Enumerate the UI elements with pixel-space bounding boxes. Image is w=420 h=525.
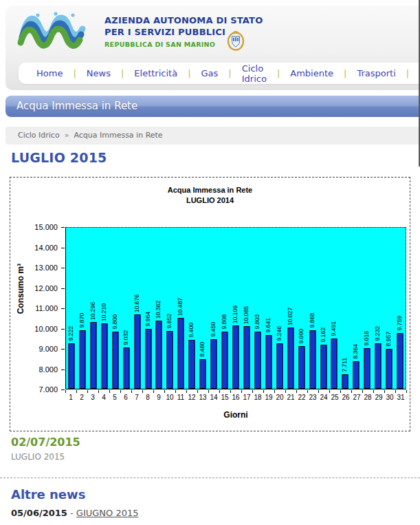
bar: [320, 345, 327, 389]
breadcrumb-separator: »: [65, 131, 69, 140]
bars-row: 9.2229.87010.29610.2109.8009.03210.6769.…: [66, 228, 406, 389]
breadcrumb-parent-link[interactable]: Ciclo Idrico: [18, 131, 60, 140]
bar-value-label: 9.232: [374, 326, 381, 341]
bar-value-label: 10.362: [155, 301, 162, 319]
x-tick-label: 31: [395, 394, 406, 401]
san-marino-crest-icon: [227, 30, 245, 51]
bar: [375, 343, 382, 389]
bar-slot: 10.296: [88, 228, 99, 389]
bar-value-label: 9.162: [320, 328, 327, 343]
bar: [123, 347, 129, 389]
x-tick-mark: [384, 390, 385, 393]
bar: [276, 343, 283, 389]
x-tick-mark: [153, 390, 154, 393]
x-tick-mark: [219, 390, 220, 393]
bar-slot: 10.362: [154, 228, 165, 389]
x-tick-mark: [142, 390, 143, 393]
x-tick-mark: [98, 390, 99, 393]
bar: [156, 321, 162, 389]
bar-slot: 9.491: [329, 228, 340, 389]
bar-slot: 9.246: [274, 228, 285, 389]
bar-value-label: 9.808: [221, 314, 228, 330]
x-tick-label: 26: [340, 394, 351, 401]
bar: [112, 332, 118, 389]
nav-item-elettricità[interactable]: Elettricità: [134, 68, 177, 78]
x-tick-mark: [175, 390, 176, 393]
x-tick-label: 19: [263, 394, 274, 401]
x-tick-label: 14: [208, 394, 219, 401]
y-tick-mark: [61, 389, 65, 390]
bar-slot: 10.210: [99, 228, 110, 389]
bar-value-label: 10.676: [133, 294, 140, 312]
x-tick-mark: [395, 390, 396, 393]
bar-slot: 10.109: [230, 228, 241, 389]
nav-separator: |: [188, 68, 190, 78]
bar: [386, 349, 393, 389]
x-tick-label: 21: [285, 394, 296, 401]
bar-value-label: 9.400: [188, 323, 195, 338]
x-tick-mark: [76, 390, 77, 393]
y-tick-label: 14.000: [34, 244, 58, 252]
x-tick-label: 24: [318, 394, 329, 401]
bar-slot: 9.800: [110, 228, 121, 389]
x-tick-mark: [120, 390, 121, 393]
x-tick-mark: [329, 390, 330, 393]
chart-title-line1: Acqua Immessa in Rete: [10, 185, 410, 195]
nav-item-gas[interactable]: Gas: [201, 68, 219, 78]
bar-slot: 10.487: [175, 228, 186, 389]
x-tick-mark: [373, 390, 374, 393]
y-tick-mark: [61, 349, 65, 350]
y-tick-label: 15.000: [34, 223, 58, 231]
x-tick-label: 22: [296, 394, 307, 401]
x-tick-mark: [87, 390, 88, 393]
x-tick-mark: [186, 390, 187, 393]
bar: [200, 359, 206, 389]
more-news-heading: Altre news: [11, 487, 85, 502]
bar: [397, 333, 404, 389]
bar: [189, 340, 195, 389]
nav-item-home[interactable]: Home: [36, 68, 63, 78]
x-tick-mark: [406, 390, 407, 393]
bar-value-label: 7.711: [341, 358, 348, 372]
x-tick-label: 7: [131, 394, 142, 401]
bar: [101, 323, 107, 389]
bar: [254, 332, 261, 389]
news-item-link[interactable]: GIUGNO 2015: [76, 508, 139, 518]
x-tick-label: 30: [384, 394, 395, 401]
nav-item-ambiente[interactable]: Ambiente: [290, 68, 333, 78]
bar: [298, 346, 305, 389]
org-name-line1: AZIENDA AUTONOMA DI STATO: [104, 15, 263, 27]
aass-waves-logo[interactable]: [16, 11, 93, 54]
bar-value-label: 9.032: [122, 330, 129, 345]
y-tick-mark: [61, 268, 65, 268]
bar: [287, 328, 294, 389]
bar-value-label: 9.803: [254, 314, 261, 330]
nav-separator: |: [277, 68, 280, 78]
x-tick-labels: 1234567891011121314151617181920212223242…: [65, 394, 406, 401]
nav-item-ciclo-idrico[interactable]: Ciclo Idrico: [242, 63, 267, 84]
bar-slot: 8.364: [351, 228, 362, 389]
breadcrumb: Ciclo Idrico»Acqua Immessa in Rete: [5, 127, 420, 144]
bar-slot: 9.641: [263, 228, 274, 389]
water-consumption-chart: Acqua Immessa in Rete LUGLIO 2014 Consum…: [10, 177, 410, 431]
bar: [178, 318, 184, 389]
x-tick-label: 15: [219, 394, 230, 401]
x-tick-label: 4: [98, 394, 109, 401]
nav-item-news[interactable]: News: [87, 68, 111, 78]
x-tick-label: 28: [362, 394, 373, 401]
news-subtitle: LUGLIO 2015: [11, 452, 65, 462]
bar-value-label: 10.109: [232, 306, 239, 323]
page-title: LUGLIO 2015: [11, 150, 107, 165]
chart-title-line2: LUGLIO 2014: [10, 195, 410, 206]
bar-slot: 9.222: [66, 228, 77, 389]
nav-item-trasporti[interactable]: Trasporti: [357, 68, 395, 78]
x-tick-mark: [307, 390, 308, 393]
water-droplets-icon: [36, 12, 74, 17]
bar-slot: 9.803: [252, 228, 263, 389]
bar-slot: 9.868: [307, 228, 318, 389]
bar-value-label: 8.957: [385, 332, 392, 347]
x-axis-title: Giorni: [65, 410, 406, 420]
bar: [134, 314, 140, 389]
x-tick-mark: [296, 390, 297, 393]
y-tick-label: 8.000: [38, 365, 58, 374]
